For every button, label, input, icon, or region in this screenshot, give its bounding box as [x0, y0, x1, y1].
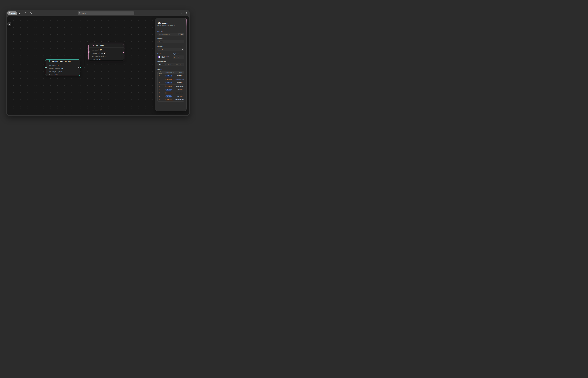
table-row[interactable]: 7 12Number 87352565361538	[158, 98, 184, 102]
more-options-button[interactable]	[29, 10, 33, 16]
encoding-select[interactable]: [UTF-8]	[157, 48, 184, 51]
number-type-badge: 12Number	[166, 85, 173, 87]
screenshot-root: Home Search	[0, 0, 196, 126]
home-icon	[9, 12, 10, 14]
use-first-row-toggle[interactable]	[157, 56, 161, 58]
param-row: Max depth:10	[49, 64, 77, 67]
chevron-down-icon	[182, 48, 183, 51]
browse-button[interactable]: Browse	[178, 33, 184, 35]
svg-text:2: 2	[166, 93, 167, 94]
select-columns-note: (Populated based on CSV content)	[166, 64, 182, 66]
search-placeholder: Search	[82, 13, 86, 14]
table-icon	[92, 44, 94, 47]
number-type-badge: 12Number	[166, 78, 173, 80]
select-columns-select[interactable]: All Columns (Populated based on CSV cont…	[157, 63, 184, 67]
drag-grip[interactable]	[78, 67, 79, 68]
date-type-badge: Date	[166, 95, 172, 97]
data-type-table: Column Name Inferred Type Value	[157, 71, 184, 102]
home-button-label: Home	[11, 12, 15, 14]
panel-subtitle: Configure your CSV data input	[157, 25, 184, 26]
select-columns-label: Select Columns	[157, 61, 184, 62]
calendar-icon	[166, 75, 168, 77]
table-row[interactable]: 4 Date 2023/04/14	[158, 88, 184, 91]
more-circle-icon	[30, 12, 32, 14]
chevron-down-icon	[182, 41, 183, 43]
top-bar: Home Search	[6, 10, 190, 16]
search-input[interactable]: Search	[77, 12, 134, 15]
delimiter-value: Comma,	[159, 41, 164, 43]
svg-text:2: 2	[166, 100, 167, 100]
chevron-left-icon	[9, 23, 10, 25]
sort-icon	[165, 72, 166, 73]
table-row[interactable]: 3 12Number 87352565361536	[158, 84, 184, 88]
table-body: 0 Date 2023/04/12 1 12Number 87352565361…	[158, 74, 184, 101]
home-button[interactable]: Home	[7, 12, 17, 15]
svg-text:2: 2	[166, 79, 167, 80]
search-icon	[79, 12, 80, 14]
skip-rows-label: Skip Rows	[173, 53, 184, 54]
drag-grip[interactable]	[89, 51, 90, 53]
output-handle[interactable]	[80, 67, 81, 68]
select-columns-value: All Columns	[159, 64, 165, 66]
table-row[interactable]: 2 Date 2023/04/13	[158, 81, 184, 84]
increment-button[interactable]: +	[173, 55, 176, 59]
bell-icon	[186, 12, 188, 14]
param-row: Max depth:10	[92, 48, 120, 52]
calendar-icon	[166, 82, 168, 83]
delimiter-select[interactable]: Comma,	[157, 40, 184, 43]
table-header-row: Column Name Inferred Type Value	[158, 71, 184, 74]
copy-icon	[24, 12, 26, 14]
param-row: Number of trees:100	[92, 52, 120, 54]
param-row: Min samples split:2	[49, 70, 77, 73]
collapse-sidebar-button[interactable]	[7, 22, 11, 26]
table-row[interactable]: 0 Date 2023/04/12	[158, 74, 184, 78]
duplicate-button[interactable]	[24, 10, 27, 16]
skip-rows-value: 2	[176, 55, 181, 59]
number-type-badge: 12Number	[166, 99, 173, 101]
csv-loader-config-panel: CSV Loader Configure your CSV data input…	[155, 18, 187, 111]
table-row[interactable]: 6 Date 2023/04/15	[158, 95, 184, 98]
input-handle[interactable]	[88, 52, 89, 53]
drag-grip[interactable]	[46, 67, 47, 68]
analytics-button[interactable]	[18, 10, 21, 16]
output-handle[interactable]	[123, 52, 125, 53]
drag-grip[interactable]	[122, 51, 123, 53]
svg-text:2: 2	[166, 86, 167, 87]
bar-chart-icon	[19, 12, 20, 14]
date-type-badge: Date	[166, 75, 172, 77]
node-random-forest-classifier[interactable]: Random Forest Classifier Max depth:10 Nu…	[45, 59, 80, 76]
stats-button[interactable]	[179, 10, 182, 16]
chevron-down-icon	[182, 64, 183, 66]
node-header: Random Forest Classifier	[45, 60, 80, 63]
column-header-value[interactable]: Value	[175, 72, 184, 73]
input-handle[interactable]	[45, 67, 46, 68]
skip-rows-stepper: + 2 −	[173, 55, 184, 59]
node-csv-loader[interactable]: CSV Loader Max depth:10 Number of trees:…	[89, 44, 124, 60]
data-type-label: Data type	[157, 69, 184, 70]
panel-title: CSV Loader	[157, 22, 184, 24]
ordered-list-icon: 12	[166, 79, 168, 80]
param-row: Min samples split:2	[92, 54, 120, 58]
table-row[interactable]: 1 12Number 87352565361535	[158, 78, 184, 81]
sort-icon	[182, 72, 183, 73]
node-title: CSV Loader	[95, 45, 104, 47]
node-params: Max depth:10 Number of trees:100 Min sam…	[89, 48, 124, 61]
param-row: Criterion:Gini	[49, 73, 77, 77]
notifications-button[interactable]	[185, 10, 188, 16]
decrement-button[interactable]: −	[181, 55, 184, 59]
file-path-label: File Path	[157, 30, 184, 32]
asterisk-icon	[49, 60, 51, 63]
file-path-placeholder: /path/to/your/data.csv	[159, 34, 170, 35]
column-header-name[interactable]: Column Name	[158, 71, 166, 74]
table-row[interactable]: 5 12Number 87352565361537	[158, 91, 184, 95]
node-canvas[interactable]: Random Forest Classifier Max depth:10 Nu…	[7, 16, 189, 115]
encoding-value: [UTF-8]	[159, 49, 163, 50]
column-header-type[interactable]: Inferred Type	[166, 72, 175, 73]
node-params: Max depth:10 Number of trees:100 Min sam…	[45, 63, 80, 77]
node-title: Random Forest Classifier	[52, 60, 71, 62]
sort-icon	[173, 72, 174, 73]
app-window: Home Search	[6, 10, 190, 116]
bar-chart-icon	[180, 12, 182, 14]
file-path-input[interactable]: /path/to/your/data.csv Browse	[157, 33, 184, 36]
date-type-badge: Date	[166, 89, 172, 91]
